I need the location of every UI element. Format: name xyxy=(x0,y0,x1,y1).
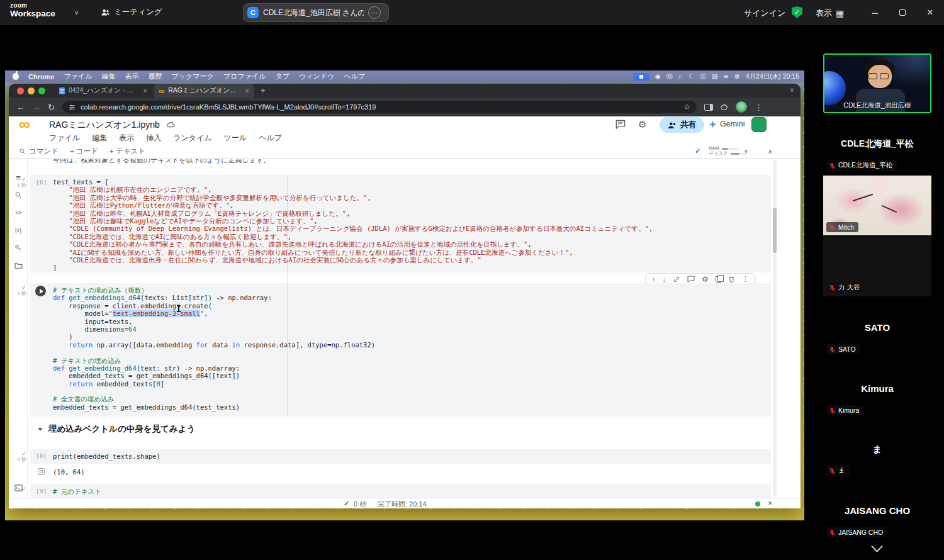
menu-bookmarks[interactable]: ブックマーク xyxy=(172,72,214,81)
menu-history[interactable]: 履歴 xyxy=(149,72,162,81)
mac-minimize-traffic-light[interactable] xyxy=(28,87,35,94)
participant-tile[interactable]: SATO SATO xyxy=(823,298,931,357)
menu-profiles[interactable]: プロファイル xyxy=(223,72,266,81)
input-source-icon[interactable]: Ⓐ xyxy=(700,72,706,81)
execution-count[interactable]: [6] xyxy=(36,179,47,186)
comment-icon[interactable] xyxy=(615,120,626,129)
shared-screen-pill[interactable]: C CDLE北海道_池田広樹 さんの画 ⋯ xyxy=(243,3,389,22)
menu-view[interactable]: 表示 xyxy=(125,72,139,81)
url-field[interactable]: colab.research.google.com/drive/1csraKBm… xyxy=(62,101,697,113)
cell-code-editor[interactable]: test_texts = [ "池田 広樹は札幌市在住のエンジニアです。", "… xyxy=(53,178,653,272)
cell-settings-gear-icon[interactable]: ⚙ xyxy=(702,275,709,284)
add-text-button[interactable]: + テキスト xyxy=(110,147,145,156)
chevron-down-icon[interactable]: ∨ xyxy=(74,9,79,16)
find-replace-icon[interactable] xyxy=(9,188,28,203)
collapse-triangle-icon[interactable] xyxy=(38,428,43,431)
colab-menu-edit[interactable]: 編集 xyxy=(92,133,107,143)
execution-count[interactable]: [9] xyxy=(36,488,47,495)
kebab-menu-icon[interactable]: ⋮ xyxy=(755,103,763,112)
menu-window[interactable]: ウィンドウ xyxy=(299,72,334,81)
move-cell-up-icon[interactable]: ↑ xyxy=(652,276,656,283)
participant-tile[interactable]: JAISANG CHO JAISANG CHO xyxy=(823,481,931,540)
code-snippets-icon[interactable]: <> xyxy=(9,205,28,220)
scrollbar-thumb[interactable] xyxy=(773,208,777,253)
profile-avatar[interactable] xyxy=(736,101,747,113)
collapse-header-chevron-icon[interactable]: ∧ xyxy=(768,148,772,155)
star-icon[interactable]: ☆ xyxy=(152,120,160,129)
browser-tab-docs[interactable]: 0424_ハンズオン - Google ド × xyxy=(54,84,152,98)
extensions-icon[interactable] xyxy=(721,103,728,111)
secrets-key-icon[interactable] xyxy=(9,240,28,255)
add-code-button[interactable]: + コード xyxy=(70,147,98,156)
colab-menu-file[interactable]: ファイル xyxy=(49,133,80,143)
cell-code-editor[interactable]: print(embedded_texts.shape) xyxy=(53,452,160,460)
participant-tile-active[interactable]: CDLE北海道_池田広樹 xyxy=(823,53,931,113)
zoom-workspace-logo[interactable]: zoom Workspace xyxy=(10,3,55,18)
cell-more-icon[interactable]: ⋮ xyxy=(742,275,749,283)
maximize-button[interactable] xyxy=(889,0,916,25)
participant-tile[interactable]: Kimura Kimura xyxy=(823,359,931,418)
gemini-button[interactable]: Gemini xyxy=(709,120,745,128)
mac-zoom-traffic-light[interactable] xyxy=(38,87,45,94)
variables-icon[interactable]: {x} xyxy=(9,223,28,238)
execution-count[interactable]: [8] xyxy=(36,452,47,459)
forward-icon[interactable]: → xyxy=(32,103,40,112)
code-cell-test-texts[interactable]: [6] test_texts = [ "池田 広樹は札幌市在住のエンジニアです。… xyxy=(30,175,771,272)
colab-menu-runtime[interactable]: ランタイム xyxy=(173,133,211,143)
participant-tile-video[interactable]: Mitch xyxy=(823,176,931,235)
tab-close-icon[interactable]: × xyxy=(143,87,147,94)
browser-tab-colab[interactable]: ∞ RAGミニハンズオン1.ipynb - C × xyxy=(154,84,254,98)
settings-gear-icon[interactable]: ⚙ xyxy=(638,119,646,130)
participant-tile[interactable]: CDLE北海道_平松 CDLE北海道_平松 xyxy=(823,115,931,174)
menu-chrome[interactable]: Chrome xyxy=(28,73,55,81)
menu-file[interactable]: ファイル xyxy=(64,72,93,81)
back-icon[interactable]: ← xyxy=(16,103,25,112)
colab-menu-help[interactable]: ヘルプ xyxy=(259,133,282,143)
site-settings-icon[interactable] xyxy=(69,104,76,111)
menu-tab[interactable]: タブ xyxy=(275,72,289,81)
side-panel-icon[interactable] xyxy=(704,104,713,111)
output-frame-icon[interactable] xyxy=(38,468,45,475)
screen-share-indicator-icon[interactable] xyxy=(633,73,649,81)
sign-in-button[interactable]: サインイン xyxy=(744,8,786,19)
section-header[interactable]: 埋め込みベクトルの中身を見てみよう xyxy=(38,423,195,435)
camera-icon[interactable]: ◉ xyxy=(655,73,661,80)
command-palette-button[interactable]: コマンド xyxy=(19,147,59,156)
files-folder-icon[interactable] xyxy=(9,258,28,273)
account-avatar[interactable] xyxy=(751,117,767,132)
cloud-saved-icon[interactable] xyxy=(166,121,176,128)
run-cell-button[interactable] xyxy=(35,286,46,296)
resources-chevron-icon[interactable]: ∨ xyxy=(744,148,748,154)
share-button[interactable]: 共有 xyxy=(660,117,704,133)
menu-help[interactable]: ヘルプ xyxy=(344,72,365,81)
tab-close-icon[interactable]: × xyxy=(245,87,249,94)
do-not-disturb-icon[interactable]: ☾ xyxy=(688,73,694,80)
menubar-clock[interactable]: 4月24日(木) 20:15 xyxy=(746,72,799,81)
close-statusbar-icon[interactable]: × xyxy=(768,499,772,508)
new-tab-button[interactable]: + xyxy=(261,86,266,95)
participant-tile[interactable]: ま ま xyxy=(823,420,931,479)
more-options-icon[interactable]: ⋯ xyxy=(368,6,381,19)
control-center-icon[interactable]: ⚙ xyxy=(734,73,740,80)
wifi-icon[interactable]: ≋ xyxy=(723,73,728,80)
view-button[interactable]: 表示 ▦ xyxy=(816,8,844,19)
menu-edit[interactable]: 編集 xyxy=(102,72,116,81)
code-cell-print-shape[interactable]: [8] print(embedded_texts.shape) xyxy=(30,449,771,464)
notebook-title[interactable]: RAGミニハンズオン1.ipynb xyxy=(49,120,160,131)
meeting-tab[interactable]: ミーティング xyxy=(101,7,162,18)
mac-close-traffic-light[interactable] xyxy=(17,87,24,94)
code-cell-embeddings[interactable]: # テキストの埋め込み（複数）def get_embeddings_d64(te… xyxy=(30,283,771,417)
move-cell-down-icon[interactable]: ↓ xyxy=(663,276,666,283)
colab-menu-tools[interactable]: ツール xyxy=(224,133,247,143)
minimize-button[interactable]: ─ xyxy=(861,0,889,25)
reload-icon[interactable]: ↻ xyxy=(48,103,55,112)
cell-code-editor[interactable]: # テキストの埋め込み（複数）def get_embeddings_d64(te… xyxy=(53,286,375,411)
colab-menu-view[interactable]: 表示 xyxy=(119,133,134,143)
colab-menu-insert[interactable]: 挿入 xyxy=(146,133,161,143)
bookmark-star-icon[interactable]: ☆ xyxy=(683,103,690,111)
link-cell-icon[interactable] xyxy=(673,276,680,283)
cell-code-editor[interactable]: # 元のテキスト xyxy=(53,488,101,495)
resources-meter[interactable]: RAM ディスク xyxy=(709,146,747,156)
participants-scroll-down-chevron[interactable] xyxy=(871,540,882,552)
keyboard-icon[interactable]: ▤ xyxy=(712,73,717,80)
